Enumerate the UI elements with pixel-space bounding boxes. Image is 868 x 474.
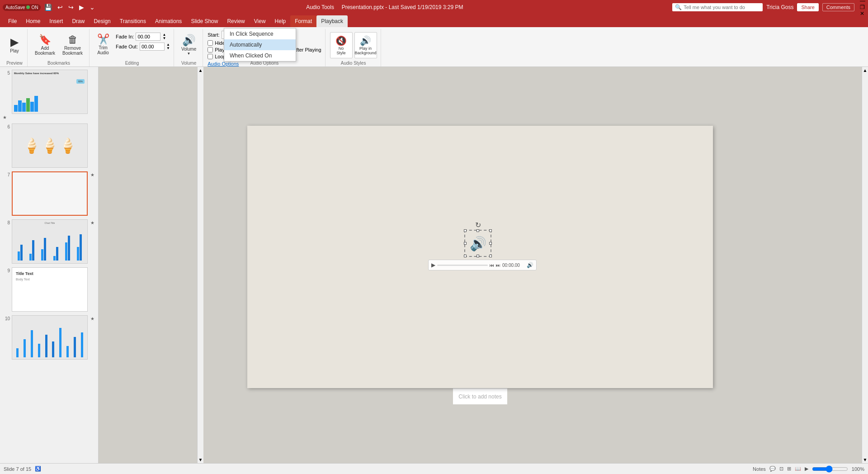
forward-button[interactable]: ⏭ [496, 263, 500, 268]
restore-button[interactable]: ❐ [860, 4, 865, 10]
ribbon-group-audio-styles: 🔇 NoStyle 🔊 Play inBackground Audio Styl… [326, 29, 381, 66]
slide-sorter-button[interactable]: ⊞ [787, 466, 791, 472]
right-scroll-down[interactable]: ▼ [862, 456, 868, 463]
ribbon: ▶ Play Preview 🔖 AddBookmark 🗑 RemoveBoo… [0, 27, 868, 67]
zoom-slider[interactable] [812, 465, 848, 473]
notes-area[interactable]: Click to add notes [453, 388, 507, 404]
no-style-icon: 🔇 [335, 35, 347, 46]
slide-img-10[interactable] [12, 315, 88, 360]
playbar-play-button[interactable]: ▶ [431, 262, 435, 268]
handle-tm[interactable] [476, 229, 479, 232]
rewind-button[interactable]: ⏮ [490, 263, 494, 268]
handle-tl[interactable] [464, 229, 467, 232]
comment-view-icon[interactable]: 💬 [769, 466, 776, 472]
audio-element[interactable]: ↻ 🔊 ▶ ⏮ ⏭ 00: [464, 230, 491, 257]
tab-format[interactable]: Format [290, 15, 316, 27]
tab-help[interactable]: Help [270, 15, 291, 27]
redo-button[interactable]: ↪ [66, 3, 75, 12]
slide-thumb-9[interactable]: 9 Title Text Body Text [2, 266, 96, 313]
right-scroll-up[interactable]: ▲ [862, 67, 868, 74]
save-button[interactable]: 💾 [42, 3, 54, 12]
handle-bm[interactable] [476, 255, 479, 257]
play-bg-icon: 🔊 [360, 35, 371, 46]
statusbar: Slide 7 of 15 ♿ Notes 💬 ⊡ ⊞ 📖 ▶ 100% [0, 463, 868, 474]
notes-label[interactable]: Notes [753, 466, 766, 472]
slide-img-5[interactable]: Monthly Sales have increased 60% 60% [12, 70, 88, 114]
autosave-status: ON [31, 5, 38, 10]
hide-during-show-checkbox[interactable] [208, 40, 213, 46]
fade-in-down[interactable]: ▼ [162, 37, 166, 40]
search-input[interactable] [684, 5, 756, 10]
dropdown-item-when-clicked[interactable]: When Clicked On [224, 50, 296, 61]
ribbon-group-preview: ▶ Play Preview [2, 29, 28, 66]
scroll-up-arrow[interactable]: ▲ [198, 68, 203, 73]
play-across-slides-checkbox[interactable] [208, 47, 213, 52]
slide-thumb-8[interactable]: 8 Chart Title [2, 218, 96, 265]
normal-view-button[interactable]: ⊡ [779, 466, 783, 472]
window-controls[interactable]: — ❐ ✕ [860, 0, 865, 17]
handle-mr[interactable] [489, 242, 492, 245]
tab-view[interactable]: View [250, 15, 270, 27]
autosave-label: AutoSave [5, 5, 25, 10]
canvas-area: ▲ ▼ ↻ 🔊 ▶ [99, 67, 862, 463]
fade-out-down[interactable]: ▼ [166, 47, 170, 50]
close-button[interactable]: ✕ [860, 10, 865, 17]
playbar-volume-icon[interactable]: 🔊 [527, 262, 533, 268]
slide-thumb-5[interactable]: 5 Monthly Sales have increased 60% 60% [2, 69, 96, 121]
volume-button[interactable]: 🔊 Volume ▼ [179, 33, 199, 57]
ribbon-group-editing: ✂️ TrimAudio Fade In: ▲ ▼ Fade Out: ▲ [90, 29, 174, 66]
undo-button[interactable]: ↩ [56, 3, 65, 12]
slide-panel: 5 Monthly Sales have increased 60% 60% [0, 67, 99, 463]
slide-thumb-10[interactable]: 10 ★ [2, 314, 96, 360]
share-button[interactable]: Share [797, 3, 818, 11]
right-scrollbar[interactable]: ▲ ▼ [862, 67, 868, 463]
slide-img-9[interactable]: Title Text Body Text [12, 267, 88, 312]
volume-dropdown-arrow[interactable]: ▼ [187, 52, 191, 56]
rotate-handle[interactable]: ↻ [475, 221, 481, 229]
handle-bl[interactable] [464, 255, 467, 257]
tab-slideshow[interactable]: Slide Show [186, 15, 222, 27]
tab-home[interactable]: Home [21, 15, 45, 27]
minimize-button[interactable]: — [860, 0, 865, 4]
slide-img-8[interactable]: Chart Title [12, 219, 88, 264]
tab-review[interactable]: Review [222, 15, 249, 27]
autosave-toggle[interactable]: AutoSave ON [3, 4, 41, 11]
comments-button[interactable]: Comments [822, 3, 854, 11]
tab-playback[interactable]: Playback [316, 15, 348, 27]
handle-tr[interactable] [489, 229, 492, 232]
tab-transitions[interactable]: Transitions [115, 15, 151, 27]
present-button[interactable]: ▶ [77, 3, 86, 12]
trim-audio-button[interactable]: ✂️ TrimAudio [94, 33, 112, 57]
handle-br[interactable] [489, 255, 492, 257]
loop-checkbox[interactable] [208, 54, 213, 59]
slide-thumb-6[interactable]: 6 🍦🍦🍦 [2, 123, 96, 169]
handle-ml[interactable] [464, 242, 467, 245]
dropdown-item-in-click-sequence[interactable]: In Click Sequence [224, 28, 296, 39]
autosave-dot [26, 5, 30, 9]
fade-in-input[interactable] [136, 33, 160, 41]
progress-bar[interactable] [437, 265, 488, 266]
tab-animations[interactable]: Animations [151, 15, 186, 27]
tab-draw[interactable]: Draw [67, 15, 89, 27]
remove-bookmark-button[interactable]: 🗑 RemoveBookmark [60, 33, 85, 57]
tab-insert[interactable]: Insert [45, 15, 67, 27]
dropdown-item-automatically[interactable]: Automatically [224, 39, 296, 50]
slide-img-7[interactable] [12, 171, 88, 216]
play-background-button[interactable]: 🔊 Play inBackground [354, 32, 377, 58]
volume-label: Volume [181, 47, 196, 52]
add-bookmark-button[interactable]: 🔖 AddBookmark [32, 33, 58, 57]
fade-out-input[interactable] [140, 43, 165, 51]
scroll-down-arrow[interactable]: ▼ [198, 457, 203, 462]
slide-canvas: ↻ 🔊 ▶ ⏮ ⏭ 00: [247, 126, 713, 388]
tab-design[interactable]: Design [89, 15, 115, 27]
no-style-button[interactable]: 🔇 NoStyle [330, 32, 353, 58]
slide-thumb-7[interactable]: 7 ★ [2, 171, 96, 217]
play-preview-button[interactable]: ▶ Play [5, 35, 24, 55]
slide-info: Slide 7 of 15 [4, 466, 31, 472]
reading-view-button[interactable]: 📖 [795, 466, 801, 472]
slideshow-button[interactable]: ▶ [805, 466, 808, 472]
slide-img-6[interactable]: 🍦🍦🍦 [12, 123, 88, 168]
start-dropdown-menu[interactable]: In Click Sequence Automatically When Cli… [224, 28, 296, 62]
customize-qat-button[interactable]: ⌄ [88, 3, 97, 12]
tab-file[interactable]: File [4, 15, 21, 27]
